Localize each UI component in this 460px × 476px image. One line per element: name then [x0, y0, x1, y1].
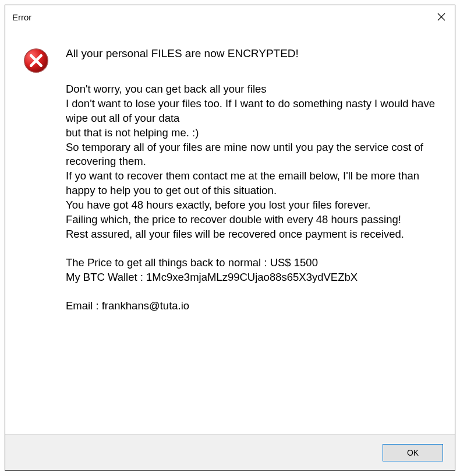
- message-heading: All your personal FILES are now ENCRYPTE…: [66, 46, 437, 61]
- close-button[interactable]: [428, 5, 455, 29]
- dialog-content: All your personal FILES are now ENCRYPTE…: [5, 29, 455, 434]
- error-dialog: Error: [5, 5, 455, 471]
- message-column: All your personal FILES are now ENCRYPTE…: [58, 46, 437, 434]
- ok-button[interactable]: OK: [383, 444, 443, 461]
- price-line: The Price to get all things back to norm…: [66, 256, 437, 270]
- message-body: Don't worry, you can get back all your f…: [66, 82, 437, 242]
- email-line: Email : frankhans@tuta.io: [66, 299, 437, 313]
- icon-column: [23, 46, 58, 434]
- window-title: Error: [12, 12, 31, 22]
- error-icon: [23, 47, 49, 74]
- title-bar: Error: [5, 5, 455, 29]
- close-icon: [437, 13, 445, 21]
- wallet-line: My BTC Wallet : 1Mc9xe3mjaMLz99CUjao88s6…: [66, 270, 437, 285]
- dialog-footer: OK: [5, 434, 455, 470]
